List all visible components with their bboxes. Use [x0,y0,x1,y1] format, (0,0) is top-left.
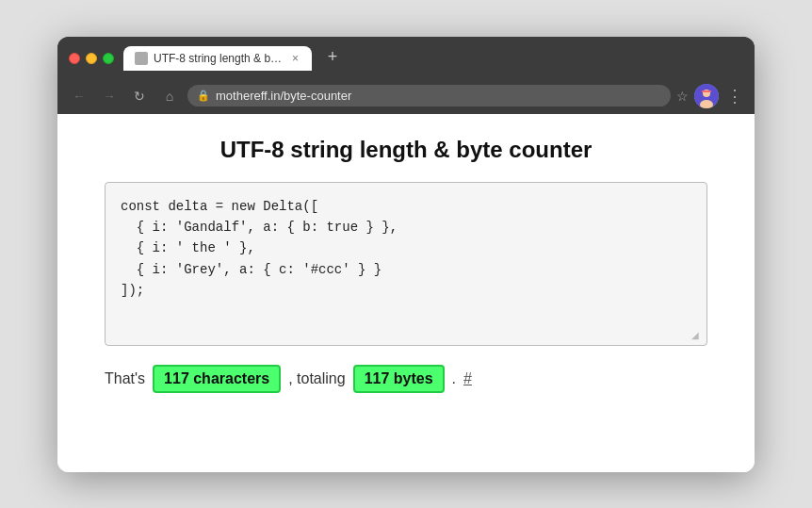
tab-close-button[interactable]: × [290,52,300,65]
resize-handle: ◢ [691,330,703,341]
tab-favicon [135,52,148,65]
maximize-button[interactable] [103,53,114,64]
traffic-lights [67,53,116,64]
lock-icon: 🔒 [197,90,210,102]
page-content: UTF-8 string length & byte counter ◢ Tha… [57,114,755,472]
new-tab-button[interactable]: + [319,44,346,71]
home-button[interactable]: ⌂ [157,84,182,108]
characters-badge: 117 characters [153,365,281,393]
text-input[interactable] [121,196,691,328]
tab-title: UTF-8 string length & byte cou... [154,52,284,65]
bookmark-button[interactable]: ☆ [676,89,689,104]
result-separator: , totaling [288,370,345,387]
forward-button[interactable]: → [97,84,122,108]
profile-avatar[interactable] [694,84,719,108]
nav-bar: ← → ↻ ⌂ 🔒 mothereff.in/byte-counter ☆ ⋮ [57,78,755,114]
page-title: UTF-8 string length & byte counter [105,137,707,163]
active-tab[interactable]: UTF-8 string length & byte cou... × [123,46,312,71]
result-prefix: That's [105,370,145,387]
browser-window: UTF-8 string length & byte cou... × + ← … [57,37,755,472]
back-button[interactable]: ← [67,84,91,108]
bytes-badge: 117 bytes [353,365,445,393]
minimize-button[interactable] [86,53,97,64]
address-bar[interactable]: 🔒 mothereff.in/byte-counter [187,85,671,107]
input-area: ◢ [105,182,707,346]
avatar-icon [694,84,719,108]
browser-chrome: UTF-8 string length & byte cou... × + ← … [57,37,755,114]
reload-button[interactable]: ↻ [127,84,152,108]
url-text: mothereff.in/byte-counter [216,89,661,103]
result-suffix: . [452,370,456,387]
svg-rect-3 [702,90,711,92]
result-line: That's 117 characters , totaling 117 byt… [105,365,707,393]
hash-link[interactable]: # [463,370,472,387]
top-area: UTF-8 string length & byte cou... × + [57,37,755,78]
menu-button[interactable]: ⋮ [724,86,745,107]
close-button[interactable] [69,53,80,64]
